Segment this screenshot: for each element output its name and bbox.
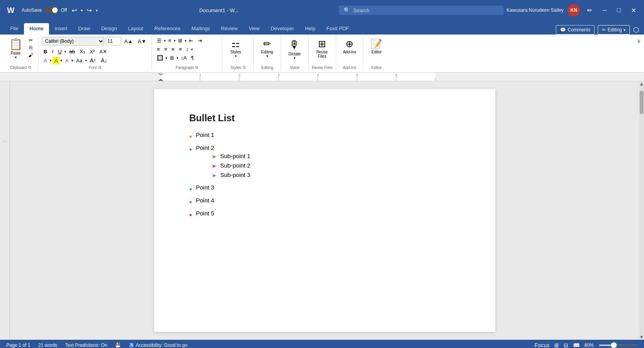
scrollbar-thumb[interactable] [640,91,644,114]
tab-layout[interactable]: Layout [122,23,149,35]
tab-home[interactable]: Home [24,23,49,35]
shading-button[interactable]: 🔲 [155,54,165,62]
paste-button[interactable]: 📋 Paste ▾ [6,37,25,60]
font-color-dropdown[interactable]: ▾ [50,58,52,62]
sort-button[interactable]: ↕A [179,54,189,62]
search-input[interactable] [353,7,487,13]
document-page[interactable]: Bullet List • Point 1 • Point 2 ➤ [154,89,495,332]
superscript-button[interactable]: X² [88,48,97,55]
tab-view[interactable]: View [243,23,265,35]
vertical-scrollbar[interactable]: ▲ ▼ [639,81,644,340]
shading-dropdown[interactable]: ▾ [166,56,167,60]
customize-toolbar-button[interactable]: ✏ [584,5,595,16]
maximize-button[interactable]: □ [614,5,624,15]
undo-dropdown[interactable]: ▾ [79,7,84,13]
line-spacing-dropdown[interactable]: ▾ [191,47,193,51]
font-color-red-dropdown[interactable]: ▾ [71,58,73,62]
sub-list-item: ➤ Sub-point 3 [212,171,251,179]
font-expand-icon[interactable]: ⧉ [98,65,101,70]
numbered-dropdown[interactable]: ▾ [174,39,176,43]
justify-button[interactable]: ≡ [177,46,184,53]
font-decrease-button[interactable]: A↓ [99,56,109,64]
tab-design[interactable]: Design [96,23,122,35]
copy-button[interactable]: ⎘ [27,44,35,51]
scroll-up-button[interactable]: ▲ [639,81,644,87]
user-avatar[interactable]: KN [568,4,580,16]
subscript-button[interactable]: X₂ [78,48,87,55]
close-button[interactable]: ✕ [628,5,639,16]
underline-button[interactable]: U [56,48,64,55]
editing-button[interactable]: ✏ Editing ▾ [598,25,630,35]
margin-marker: │ [3,140,7,142]
italic-button[interactable]: I [50,48,55,55]
comments-button[interactable]: 💬 Comments [556,25,595,35]
share-button[interactable]: ⬡ [633,26,639,34]
align-left-button[interactable]: ≡ [155,46,162,53]
autosave-toggle[interactable] [44,7,58,14]
bullet-list-button[interactable]: ☰ [155,37,164,44]
tab-foxit[interactable]: Foxit PDF [321,23,355,35]
undo-button[interactable]: ↩ [70,6,78,15]
tab-help[interactable]: Help [299,23,321,35]
tab-mailings[interactable]: Mailings [186,23,216,35]
redo-button[interactable]: ↪ [85,6,93,15]
tab-review[interactable]: Review [216,23,244,35]
font-name-select[interactable]: Calibri (Body) [42,37,104,46]
focus-button[interactable]: Focus [535,342,549,348]
print-layout-button[interactable]: ⊞ [554,342,559,348]
change-case-dropdown[interactable]: ▾ [85,58,87,62]
line-spacing-button[interactable]: ↕ [184,46,191,53]
font-color-red-button[interactable]: A [63,57,71,64]
align-center-button[interactable]: ≡ [162,46,169,53]
page-container[interactable]: Bullet List • Point 1 • Point 2 ➤ [10,81,639,340]
tab-file[interactable]: File [5,23,24,35]
clear-format-button[interactable]: A✕ [98,48,109,55]
borders-dropdown[interactable]: ▾ [176,56,178,60]
increase-indent-button[interactable]: ⇥ [196,37,204,44]
font-size-input[interactable] [106,37,121,46]
paragraph-expand-icon[interactable]: ⧉ [195,65,198,70]
quick-access[interactable]: ▾ [94,7,99,13]
web-layout-button[interactable]: ⊟ [564,342,568,348]
search-bar[interactable]: 🔍 [339,5,504,15]
styles-expand-icon[interactable]: ⧉ [243,65,246,70]
align-right-button[interactable]: ≡ [169,46,176,53]
tab-draw[interactable]: Draw [73,23,96,35]
cut-button[interactable]: ✂ [27,37,35,44]
zoom-slider[interactable] [599,344,638,346]
clipboard-expand-icon[interactable]: ⧉ [28,65,31,70]
multilevel-list-button[interactable]: ⊞ [176,37,184,44]
bold-button[interactable]: B [42,48,49,55]
font-size-decrease[interactable]: A▼ [136,38,149,45]
tab-insert[interactable]: Insert [49,23,73,35]
ribbon-expand-button[interactable]: ∨ [637,38,641,44]
font-color-button[interactable]: A [42,57,49,64]
borders-button[interactable]: ⊞ [168,54,176,62]
ribbon-tabs: File Home Insert Draw Design Layout Refe… [0,20,644,35]
editor-button[interactable]: 📝 Editor [366,37,387,56]
styles-icon: ⚏ [231,38,240,49]
format-painter-button[interactable]: 🖌 [27,52,35,58]
font-increase-button[interactable]: A↑ [88,56,98,64]
dictate-button[interactable]: 🎙 Dictate ▾ [284,37,305,62]
scroll-down-button[interactable]: ▼ [639,334,644,340]
reuse-files-button[interactable]: ⊞ Reuse Files [312,37,332,60]
tab-developer[interactable]: Developer [265,23,299,35]
addins-button[interactable]: ⊕ Add-ins [339,37,360,56]
numbered-list-button[interactable]: ≡ [166,37,173,44]
bullet-dropdown[interactable]: ▾ [164,39,166,43]
strikethrough-button[interactable]: ab [67,48,76,55]
highlight-color-button[interactable]: A [53,57,60,64]
read-mode-button[interactable]: 📖 [573,342,580,348]
highlight-dropdown[interactable]: ▾ [60,58,62,62]
editing-ribbon-button[interactable]: ✏ Editing ▾ [257,37,277,60]
pilcrow-button[interactable]: ¶ [189,54,196,62]
tab-references[interactable]: References [149,23,186,35]
underline-dropdown[interactable]: ▾ [64,50,66,54]
multilevel-dropdown[interactable]: ▾ [185,39,187,43]
decrease-indent-button[interactable]: ⇤ [187,37,195,44]
change-case-button[interactable]: Aa [74,57,84,64]
styles-button[interactable]: ⚏ Styles ▾ [226,37,246,60]
minimize-button[interactable]: ─ [599,5,610,15]
font-size-increase[interactable]: A▲ [122,38,135,45]
